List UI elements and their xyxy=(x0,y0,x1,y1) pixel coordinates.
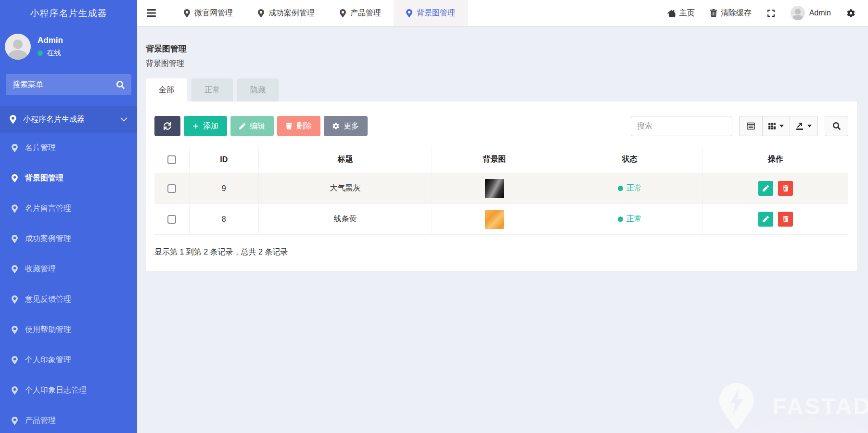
row-operations-cell xyxy=(702,173,848,204)
header-operations[interactable]: 操作 xyxy=(702,146,848,173)
sidebar-item-favorite-manage[interactable]: 收藏管理 xyxy=(0,254,137,284)
sidebar-item-background-manage[interactable]: 背景图管理 xyxy=(0,163,137,193)
table-head: ID 标题 背景图 状态 操作 xyxy=(154,146,848,173)
home-link[interactable]: 主页 xyxy=(660,0,702,26)
search-icon[interactable] xyxy=(116,81,125,89)
page-title: 背景图管理 xyxy=(146,43,857,54)
sidebar-item-success-case-manage[interactable]: 成功案例管理 xyxy=(0,224,137,254)
sidebar-item-card-message-manage[interactable]: 名片留言管理 xyxy=(0,193,137,224)
filter-tab-all[interactable]: 全部 xyxy=(146,78,187,102)
filter-tab-hidden[interactable]: 隐藏 xyxy=(237,78,279,102)
tab-label: 微官网管理 xyxy=(194,8,233,18)
select-all-checkbox[interactable] xyxy=(167,155,176,164)
status-badge[interactable]: 正常 xyxy=(618,183,642,193)
export-button[interactable] xyxy=(790,116,818,136)
columns-button[interactable] xyxy=(763,116,790,136)
tab-background-manage[interactable]: 背景图管理 xyxy=(394,0,468,26)
map-pin-icon xyxy=(12,265,18,273)
row-id: 8 xyxy=(189,204,258,235)
map-pin-icon xyxy=(12,174,18,182)
header-title[interactable]: 标题 xyxy=(258,146,432,173)
sidebar-item-label: 意见反馈管理 xyxy=(25,294,71,305)
sidebar-item-feedback-manage[interactable]: 意见反馈管理 xyxy=(0,284,137,315)
clear-cache-link[interactable]: 清除缓存 xyxy=(702,0,759,26)
detail-view-button[interactable] xyxy=(739,116,763,136)
status-label: 正常 xyxy=(626,214,642,224)
fullscreen-button[interactable] xyxy=(759,0,783,26)
pencil-icon xyxy=(239,123,245,129)
map-pin-icon xyxy=(12,295,18,304)
edit-label: 编辑 xyxy=(250,121,265,131)
sidebar-item-label: 收藏管理 xyxy=(25,264,56,274)
gears-icon xyxy=(846,9,855,17)
row-select-cell xyxy=(154,204,189,235)
user-menu[interactable]: Admin xyxy=(783,0,839,26)
sidebar-root-item[interactable]: 小程序名片生成器 xyxy=(0,106,137,133)
more-label: 更多 xyxy=(344,121,359,131)
map-pin-icon xyxy=(12,386,18,395)
avatar-head xyxy=(13,39,23,49)
sidebar-item-label: 个人印象管理 xyxy=(25,355,71,365)
map-pin-icon xyxy=(12,144,18,152)
sidebar-item-product-manage[interactable]: 产品管理 xyxy=(0,406,137,433)
row-edit-button[interactable] xyxy=(758,212,773,227)
tab-success-case[interactable]: 成功案例管理 xyxy=(245,0,327,26)
search-toggle-button[interactable] xyxy=(825,116,848,136)
watermark: FASTADMIN xyxy=(714,383,868,429)
trash-icon xyxy=(286,123,292,129)
map-pin-icon xyxy=(12,417,18,425)
fastadmin-logo-icon xyxy=(714,383,760,429)
header-status[interactable]: 状态 xyxy=(557,146,702,173)
filter-tab-normal[interactable]: 正常 xyxy=(191,78,233,102)
header-select-all xyxy=(154,146,189,173)
header-id[interactable]: ID xyxy=(189,146,258,173)
sidebar-search xyxy=(6,74,131,95)
row-delete-button[interactable] xyxy=(778,181,793,196)
row-select-cell xyxy=(154,173,189,204)
sidebar-item-impression-log-manage[interactable]: 个人印象日志管理 xyxy=(0,375,137,406)
search-icon xyxy=(833,122,841,130)
avatar[interactable] xyxy=(5,34,31,60)
add-button[interactable]: 添加 xyxy=(184,116,227,136)
settings-button[interactable] xyxy=(839,0,863,26)
header-background-image[interactable]: 背景图 xyxy=(432,146,557,173)
more-button[interactable]: 更多 xyxy=(324,116,368,136)
row-delete-button[interactable] xyxy=(778,212,793,227)
tab-product[interactable]: 产品管理 xyxy=(327,0,394,26)
export-icon xyxy=(796,123,804,130)
status-badge[interactable]: 正常 xyxy=(618,214,642,224)
map-pin-icon xyxy=(406,9,412,17)
fullscreen-icon xyxy=(767,9,775,17)
add-label: 添加 xyxy=(203,121,218,131)
top-navbar: 微官网管理 成功案例管理 产品管理 背景图管理 主页 清除缓存 xyxy=(137,0,868,26)
table-search-input[interactable] xyxy=(631,116,732,136)
sidebar-item-label: 背景图管理 xyxy=(25,173,64,183)
row-edit-button[interactable] xyxy=(758,181,773,196)
sidebar-item-card-manage[interactable]: 名片管理 xyxy=(0,133,137,163)
map-pin-icon xyxy=(12,204,18,213)
pencil-icon xyxy=(763,185,769,191)
sidebar-item-label: 使用帮助管理 xyxy=(25,325,71,335)
menu-search-input[interactable] xyxy=(13,80,116,89)
home-icon xyxy=(667,10,676,17)
refresh-button[interactable] xyxy=(154,116,180,136)
row-checkbox[interactable] xyxy=(167,184,176,193)
table-row: 9 大气黑灰 正常 xyxy=(154,173,848,204)
tab-weiguanwang[interactable]: 微官网管理 xyxy=(171,0,245,26)
breadcrumb: 背景图管理 xyxy=(146,59,857,69)
watermark-glow xyxy=(642,411,868,433)
table-row: 8 线条黄 正常 xyxy=(154,204,848,235)
pencil-icon xyxy=(763,216,769,222)
tab-label: 产品管理 xyxy=(350,8,381,18)
plus-icon xyxy=(192,123,199,129)
background-thumbnail[interactable] xyxy=(485,179,504,198)
background-thumbnail[interactable] xyxy=(485,210,504,229)
delete-button[interactable]: 删除 xyxy=(277,116,320,136)
sidebar-item-help-manage[interactable]: 使用帮助管理 xyxy=(0,315,137,345)
row-checkbox[interactable] xyxy=(167,215,176,224)
grid-icon xyxy=(768,123,776,130)
edit-button[interactable]: 编辑 xyxy=(230,116,274,136)
sidebar-item-impression-manage[interactable]: 个人印象管理 xyxy=(0,345,137,375)
avatar xyxy=(791,6,805,20)
menu-toggle-button[interactable] xyxy=(137,0,166,26)
